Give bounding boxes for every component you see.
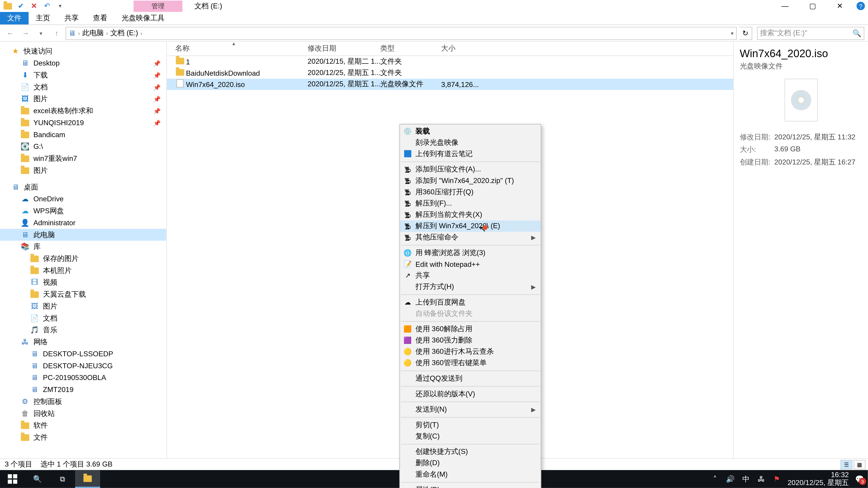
- tree-library[interactable]: 📚库: [0, 240, 166, 253]
- tray-chevron-icon[interactable]: ˄: [710, 474, 719, 484]
- tree-tianyi[interactable]: 天翼云盘下载: [0, 288, 166, 300]
- tree-pc4[interactable]: 🖥ZMT2019: [0, 384, 166, 396]
- nav-tree[interactable]: ★快速访问 🖥Desktop📌 ⬇下载📌 📄文档📌 🖼图片📌 excel表格制作…: [0, 42, 167, 458]
- col-name[interactable]: 名称: [175, 43, 189, 54]
- ribbon-share[interactable]: 共享: [57, 12, 86, 24]
- tree-local-pics[interactable]: 本机照片: [0, 265, 166, 276]
- menu-item[interactable]: ☁上传到百度网盘: [400, 297, 540, 308]
- menu-item[interactable]: 🟡使用 360管理右键菜单: [400, 357, 540, 369]
- tree-downloads[interactable]: ⬇下载📌: [0, 69, 166, 81]
- security-icon[interactable]: ⚑: [772, 474, 782, 484]
- crumb-thispc[interactable]: 此电脑: [82, 28, 104, 38]
- tree-files[interactable]: 文件: [0, 431, 166, 443]
- tree-network[interactable]: 🖧网络: [0, 336, 166, 348]
- tree-pictures[interactable]: 🖼图片📌: [0, 93, 166, 105]
- history-dropdown[interactable]: ▾: [35, 26, 48, 39]
- tree-admin[interactable]: 👤Administrator: [0, 217, 166, 229]
- tree-yunqishi[interactable]: YUNQISHI2019📌: [0, 117, 166, 129]
- close-button[interactable]: ✕: [826, 0, 854, 12]
- address-history-icon[interactable]: ▾: [731, 30, 734, 36]
- tree-pictures2[interactable]: 图片: [0, 164, 166, 176]
- menu-item[interactable]: 🗜解压到(F)...: [400, 198, 540, 209]
- ribbon-disc-tools[interactable]: 光盘映像工具: [114, 12, 172, 24]
- tree-onedrive[interactable]: ☁OneDrive: [0, 193, 166, 205]
- menu-item[interactable]: 🟡使用 360进行木马云查杀: [400, 346, 540, 357]
- tree-wps[interactable]: ☁WPS网盘: [0, 205, 166, 217]
- help-button[interactable]: ?: [854, 0, 868, 12]
- menu-item[interactable]: 🗜添加到 "Win7x64_2020.zip" (T): [400, 175, 540, 186]
- back-button[interactable]: ←: [4, 26, 17, 39]
- menu-item[interactable]: 打开方式(H)▶: [400, 281, 540, 293]
- menu-item[interactable]: 🗜解压到 Win7x64_2020\ (E): [400, 221, 540, 232]
- network-icon[interactable]: 🖧: [756, 474, 766, 484]
- qa-pin-icon[interactable]: ✔: [16, 1, 26, 11]
- menu-item[interactable]: 🗜添加到压缩文件(A)...: [400, 164, 540, 175]
- column-headers[interactable]: ▴ 名称 修改日期 类型 大小: [167, 42, 733, 56]
- menu-item[interactable]: 💿装载: [400, 126, 540, 137]
- crumb-current[interactable]: 文档 (E:): [110, 28, 138, 38]
- file-row[interactable]: BaiduNetdiskDownload2020/12/25, 星期五 1...…: [167, 67, 733, 78]
- tree-recycle[interactable]: 🗑回收站: [0, 408, 166, 420]
- ime-indicator[interactable]: 中: [741, 474, 750, 484]
- ribbon-view[interactable]: 查看: [86, 12, 115, 24]
- tree-pc3[interactable]: 🖥PC-20190530OBLA: [0, 372, 166, 384]
- refresh-button[interactable]: ↻: [739, 26, 752, 39]
- col-type[interactable]: 类型: [380, 43, 395, 54]
- tree-pics-lib[interactable]: 🖼图片: [0, 300, 166, 312]
- taskbar-clock[interactable]: 16:32 2020/12/25, 星期五: [787, 471, 849, 487]
- menu-item[interactable]: 🌐用 蜂蜜浏览器 浏览(3): [400, 247, 540, 258]
- col-size[interactable]: 大小: [441, 43, 455, 54]
- menu-item[interactable]: 🗜其他压缩命令▶: [400, 232, 540, 243]
- tree-docs-lib[interactable]: 📄文档: [0, 312, 166, 324]
- tree-software[interactable]: 软件: [0, 419, 166, 431]
- qa-customize-icon[interactable]: ▾: [55, 1, 66, 11]
- view-thumbnails-button[interactable]: ▦: [854, 459, 866, 469]
- file-list[interactable]: ▴ 名称 修改日期 类型 大小 12020/12/15, 星期二 1...文件夹…: [167, 42, 733, 458]
- tree-quick-access[interactable]: ★快速访问: [0, 45, 166, 57]
- tree-pc1[interactable]: 🖥DESKTOP-LSSOEDP: [0, 348, 166, 360]
- qa-delete-icon[interactable]: ✕: [29, 1, 39, 11]
- menu-item[interactable]: 重命名(M): [400, 469, 540, 480]
- tree-videos[interactable]: 🎞视频: [0, 276, 166, 289]
- ribbon-file[interactable]: 文件: [0, 12, 29, 24]
- maximize-button[interactable]: ▢: [799, 0, 826, 12]
- menu-item[interactable]: 🗜解压到当前文件夹(X): [400, 209, 540, 221]
- menu-item[interactable]: 还原以前的版本(V): [400, 388, 540, 400]
- file-row[interactable]: Win7x64_2020.iso2020/12/25, 星期五 1...光盘映像…: [167, 78, 733, 90]
- menu-item[interactable]: 📝Edit with Notepad++: [400, 258, 540, 270]
- tree-thispc[interactable]: 🖥此电脑: [0, 229, 166, 241]
- forward-button[interactable]: →: [19, 26, 32, 39]
- tree-documents[interactable]: 📄文档📌: [0, 81, 166, 93]
- tree-music[interactable]: 🎵音乐: [0, 324, 166, 336]
- menu-item[interactable]: 删除(D): [400, 457, 540, 469]
- breadcrumb[interactable]: 🖥 › 此电脑 › 文档 (E:) › ▾: [66, 26, 737, 39]
- tree-excel[interactable]: excel表格制作求和📌: [0, 105, 166, 117]
- search-input[interactable]: 搜索"文档 (E:)" 🔍: [757, 26, 864, 39]
- menu-item[interactable]: ↗共享: [400, 270, 540, 281]
- tree-bandicam[interactable]: Bandicam: [0, 129, 166, 141]
- search-button[interactable]: 🔍: [25, 470, 50, 488]
- menu-item[interactable]: 创建快捷方式(S): [400, 446, 540, 457]
- explorer-taskbar-button[interactable]: [75, 470, 100, 488]
- menu-item[interactable]: 🟪使用 360强力删除: [400, 335, 540, 346]
- menu-item[interactable]: 属性(R): [400, 484, 540, 488]
- qa-undo-icon[interactable]: ↶: [42, 1, 53, 11]
- tree-pc2[interactable]: 🖥DESKTOP-NJEU3CG: [0, 360, 166, 372]
- menu-item[interactable]: 上传到有道云笔记: [400, 149, 540, 160]
- up-button[interactable]: ↑: [50, 26, 63, 39]
- view-details-button[interactable]: ☰: [840, 459, 852, 469]
- menu-item[interactable]: 复制(C): [400, 431, 540, 442]
- menu-item[interactable]: 🟧使用 360解除占用: [400, 324, 540, 335]
- tree-gdrive[interactable]: 💽G:\: [0, 140, 166, 153]
- tree-desktop-group[interactable]: 🖥桌面: [0, 181, 166, 193]
- menu-item[interactable]: 🗜用360压缩打开(Q): [400, 186, 540, 198]
- volume-icon[interactable]: 🔊: [725, 474, 735, 484]
- file-row[interactable]: 12020/12/15, 星期二 1...文件夹: [167, 56, 733, 67]
- tree-saved-pics[interactable]: 保存的图片: [0, 253, 166, 265]
- tree-ctrlpanel[interactable]: ⚙控制面板: [0, 396, 166, 408]
- menu-item[interactable]: 通过QQ发送到: [400, 373, 540, 384]
- menu-item[interactable]: 刻录光盘映像: [400, 137, 540, 149]
- tree-desktop[interactable]: 🖥Desktop📌: [0, 57, 166, 69]
- menu-item[interactable]: 剪切(T): [400, 419, 540, 431]
- menu-item[interactable]: 发送到(N)▶: [400, 404, 540, 415]
